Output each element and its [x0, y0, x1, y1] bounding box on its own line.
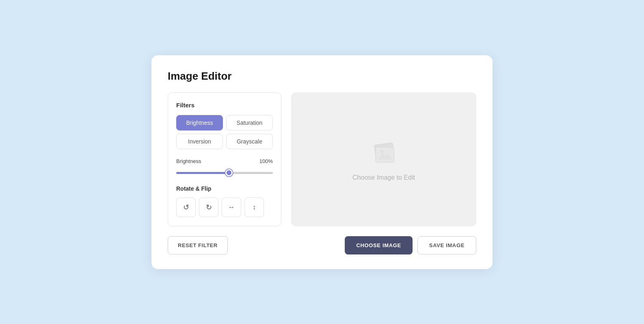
svg-rect-3	[376, 147, 394, 162]
image-editor-card: Image Editor Filters Brightness Saturati…	[151, 55, 493, 269]
brightness-slider[interactable]	[176, 172, 273, 174]
page-title: Image Editor	[168, 70, 476, 83]
brightness-value: 100%	[259, 158, 273, 164]
image-placeholder-icon	[367, 137, 400, 167]
brightness-label: Brightness	[176, 158, 201, 164]
filter-inversion-button[interactable]: Inversion	[176, 134, 223, 149]
rotate-left-icon: ↺	[183, 203, 189, 212]
rotate-right-icon: ↻	[206, 203, 212, 212]
slider-wrapper	[176, 168, 273, 176]
main-row: Filters Brightness Saturation Inversion …	[168, 92, 476, 226]
right-buttons: CHOOSE IMAGE SAVE IMAGE	[345, 236, 476, 254]
reset-filter-button[interactable]: RESET FILTER	[168, 236, 228, 254]
flip-horizontal-icon: ↔	[228, 204, 235, 211]
filter-saturation-button[interactable]: Saturation	[226, 115, 273, 130]
flip-horizontal-button[interactable]: ↔	[222, 198, 241, 217]
image-placeholder-text: Choose Image to Edit	[352, 174, 415, 181]
rotate-left-button[interactable]: ↺	[176, 198, 196, 217]
filter-buttons-grid: Brightness Saturation Inversion Grayscal…	[176, 115, 273, 149]
filter-grayscale-button[interactable]: Grayscale	[226, 134, 273, 149]
filters-panel: Filters Brightness Saturation Inversion …	[168, 92, 281, 226]
rotate-flip-label: Rotate & Flip	[176, 185, 273, 192]
save-image-button[interactable]: SAVE IMAGE	[417, 236, 476, 254]
flip-vertical-icon: ↕	[253, 204, 256, 211]
choose-image-button[interactable]: CHOOSE IMAGE	[345, 236, 412, 254]
svg-point-5	[380, 150, 384, 153]
image-preview-area: Choose Image to Edit	[291, 92, 476, 226]
filter-brightness-button[interactable]: Brightness	[176, 115, 223, 130]
rotate-flip-buttons: ↺ ↻ ↔ ↕	[176, 198, 273, 217]
flip-vertical-button[interactable]: ↕	[244, 198, 264, 217]
bottom-row: RESET FILTER CHOOSE IMAGE SAVE IMAGE	[168, 236, 476, 254]
filters-label: Filters	[176, 102, 273, 109]
rotate-right-button[interactable]: ↻	[199, 198, 218, 217]
brightness-row: Brightness 100%	[176, 158, 273, 164]
